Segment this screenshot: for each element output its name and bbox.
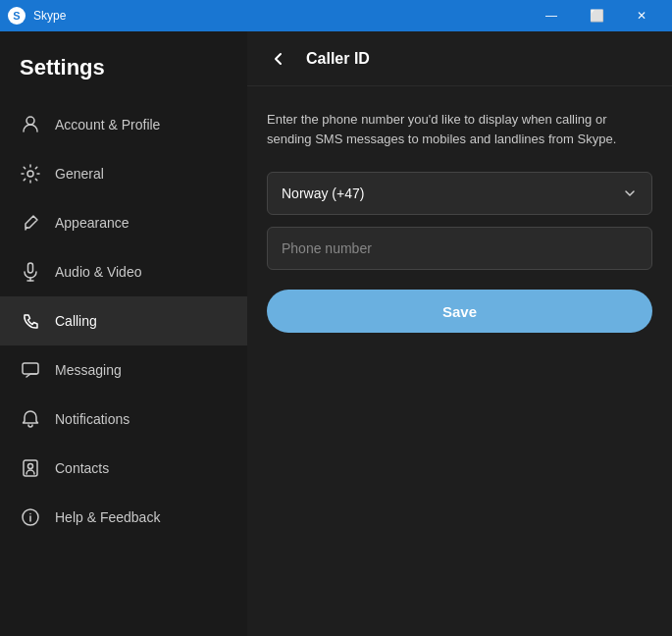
sidebar-item-messaging[interactable]: Messaging — [0, 345, 247, 395]
titlebar-left: S Skype — [8, 7, 66, 25]
sidebar-item-help-label: Help & Feedback — [55, 509, 160, 525]
app-title: Skype — [33, 9, 66, 23]
sidebar-item-audio-video[interactable]: Audio & Video — [0, 247, 247, 296]
window-controls: — ⬜ ✕ — [529, 0, 664, 31]
contacts-icon — [20, 457, 41, 479]
sidebar-item-help[interactable]: Help & Feedback — [0, 493, 247, 542]
gear-icon — [20, 163, 41, 185]
sidebar-item-account-label: Account & Profile — [55, 117, 160, 132]
sidebar-item-notifications[interactable]: Notifications — [0, 395, 247, 444]
back-button[interactable] — [263, 43, 294, 75]
settings-heading: Settings — [0, 39, 247, 100]
sidebar-item-contacts-label: Contacts — [55, 460, 109, 476]
sidebar-item-general[interactable]: General — [0, 149, 247, 198]
app-body: Settings Account & Profile General — [0, 31, 672, 636]
phone-input-wrapper — [267, 227, 652, 270]
maximize-button[interactable]: ⬜ — [574, 0, 619, 31]
sidebar: Settings Account & Profile General — [0, 31, 247, 636]
sidebar-item-notifications-label: Notifications — [55, 411, 129, 427]
svg-rect-2 — [28, 263, 33, 273]
svg-point-10 — [29, 513, 31, 515]
svg-rect-5 — [23, 363, 38, 374]
microphone-icon — [20, 261, 41, 283]
chat-icon — [20, 359, 41, 381]
sidebar-item-calling[interactable]: Calling — [0, 296, 247, 345]
phone-number-input[interactable] — [267, 227, 652, 270]
chevron-down-icon — [622, 186, 638, 201]
country-dropdown[interactable]: Norway (+47) — [267, 172, 652, 215]
sidebar-item-calling-label: Calling — [55, 313, 97, 329]
save-button[interactable]: Save — [267, 290, 652, 333]
panel-header: Caller ID — [247, 31, 672, 86]
phone-icon — [20, 310, 41, 332]
brush-icon — [20, 212, 41, 234]
sidebar-item-contacts[interactable]: Contacts — [0, 444, 247, 493]
minimize-button[interactable]: — — [529, 0, 574, 31]
skype-logo-icon: S — [8, 7, 26, 25]
sidebar-item-appearance[interactable]: Appearance — [0, 198, 247, 247]
sidebar-item-appearance-label: Appearance — [55, 215, 129, 231]
person-icon — [20, 114, 41, 135]
panel-content: Enter the phone number you'd like to dis… — [247, 86, 672, 636]
svg-point-0 — [26, 117, 34, 125]
panel-title: Caller ID — [306, 50, 370, 68]
sidebar-item-audio-video-label: Audio & Video — [55, 264, 141, 280]
sidebar-item-messaging-label: Messaging — [55, 362, 122, 378]
info-icon — [20, 506, 41, 528]
sidebar-item-account[interactable]: Account & Profile — [0, 100, 247, 149]
bell-icon — [20, 408, 41, 430]
titlebar: S Skype — ⬜ ✕ — [0, 0, 672, 31]
close-button[interactable]: ✕ — [619, 0, 664, 31]
svg-point-7 — [28, 464, 33, 469]
country-selected-label: Norway (+47) — [282, 186, 364, 201]
svg-point-1 — [27, 171, 33, 177]
description-text: Enter the phone number you'd like to dis… — [267, 110, 652, 148]
main-panel: Caller ID Enter the phone number you'd l… — [247, 31, 672, 636]
sidebar-item-general-label: General — [55, 166, 104, 182]
